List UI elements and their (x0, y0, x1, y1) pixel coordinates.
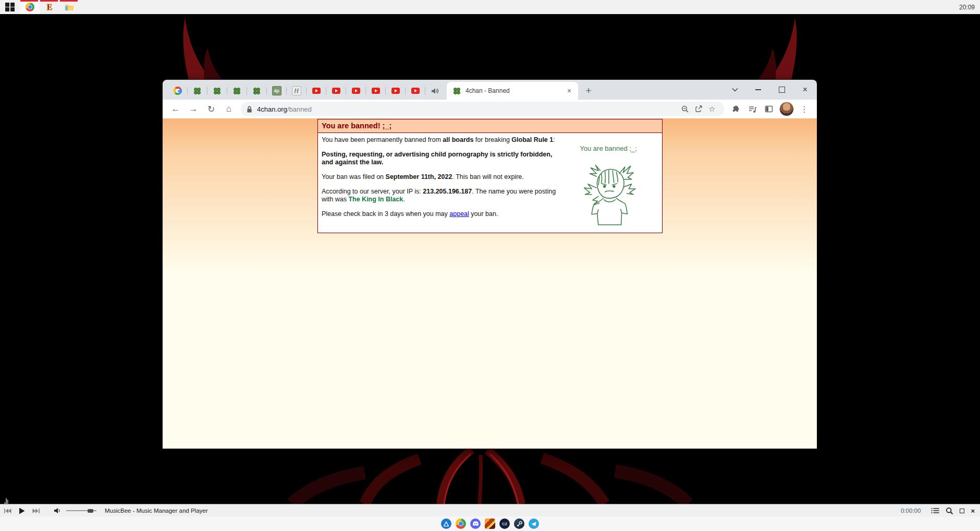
h-favicon-icon: H (292, 86, 301, 95)
extensions-button[interactable] (728, 102, 743, 116)
taskbar-clock[interactable]: 20:09 (959, 0, 975, 14)
tab-search-button[interactable] (723, 80, 746, 100)
taskbar-explorer-button[interactable] (59, 0, 79, 14)
queue-button[interactable] (928, 504, 942, 517)
search-icon (946, 507, 953, 515)
side-panel-button[interactable] (762, 102, 776, 116)
next-track-button[interactable] (29, 504, 44, 517)
youtube-favicon-icon (391, 88, 400, 94)
pinned-tab-h[interactable]: H (287, 82, 306, 100)
running-indicator-e-app (40, 0, 58, 2)
close-icon: × (803, 86, 807, 94)
pinned-tab-4chan-3[interactable] (227, 82, 247, 100)
dock-telegram-button[interactable] (529, 518, 539, 529)
dock-steam-button[interactable] (514, 518, 524, 529)
tab-separator (346, 87, 346, 95)
pinned-tab-4chan-1[interactable] (188, 82, 207, 100)
dock-discord-button[interactable] (470, 518, 481, 529)
back-button[interactable]: ← (168, 102, 183, 116)
close-musicbee-button[interactable]: × (967, 504, 980, 517)
pinned-tab-youtube-3[interactable] (346, 82, 365, 100)
previous-icon (4, 508, 11, 514)
blue-triangle-app-icon (443, 521, 449, 527)
puzzle-icon (731, 105, 740, 113)
minimize-button[interactable] (746, 80, 770, 100)
pinned-tab-youtube-1[interactable] (307, 82, 326, 100)
youtube-favicon-icon (352, 88, 360, 94)
browser-toolbar: ← → ↻ ⌂ 4chan.org/banned ☆ (163, 100, 817, 118)
youtube-favicon-icon (411, 88, 420, 94)
dock-pixel-game-button[interactable] (485, 518, 495, 529)
cz-app-icon: CZ (502, 522, 507, 526)
folder-icon (65, 3, 74, 11)
google-favicon-icon (174, 87, 182, 95)
side-panel-icon (765, 105, 773, 113)
new-tab-button[interactable]: + (581, 83, 596, 98)
pinned-tab-google[interactable] (168, 82, 187, 100)
restore-icon (960, 509, 964, 513)
pinned-tab-youtube-6[interactable] (406, 82, 425, 100)
tab-separator (326, 87, 326, 95)
pinned-tab-4chan-2[interactable] (207, 82, 227, 100)
profile-avatar[interactable] (779, 102, 794, 116)
tab-separator (425, 87, 425, 95)
window-controls: × (723, 80, 817, 100)
pinned-tab-youtube-2[interactable] (326, 82, 346, 100)
youtube-favicon-icon (372, 88, 380, 94)
dock-cz-app-button[interactable]: CZ (499, 518, 510, 529)
desktop: E 20:09 (0, 0, 980, 531)
youtube-favicon-icon (332, 88, 340, 94)
tab-4chan-banned[interactable]: 4chan - Banned × (447, 82, 578, 100)
ban-illustration-area: You are banned ;_; (559, 136, 658, 225)
home-button[interactable]: ⌂ (222, 102, 236, 116)
media-controls-button[interactable] (745, 102, 760, 116)
desktop-artifact (2, 498, 6, 502)
previous-track-button[interactable] (0, 504, 15, 517)
appeal-link[interactable]: appeal (449, 210, 469, 218)
volume-slider-handle[interactable] (88, 509, 93, 513)
chrome-icon (26, 3, 34, 11)
close-window-button[interactable]: × (793, 80, 817, 100)
browser-window: 4p H 4chan - Bann (163, 80, 817, 449)
share-button[interactable] (692, 102, 705, 116)
bottom-dock: CZ (0, 516, 980, 531)
steam-icon (516, 521, 523, 527)
fourchan-clover-icon (213, 87, 221, 95)
pinned-tab-4p[interactable]: 4p (267, 82, 286, 100)
tab-separator (187, 87, 188, 95)
browser-menu-button[interactable]: ⋮ (797, 102, 812, 116)
minimize-icon (755, 89, 761, 90)
play-button[interactable] (15, 504, 29, 517)
fourchan-clover-icon (253, 87, 261, 95)
tab-separator (207, 87, 207, 95)
fourchan-clover-icon (193, 87, 201, 95)
forward-button[interactable]: → (186, 102, 201, 116)
tab-separator (306, 87, 307, 95)
pinned-tab-youtube-4[interactable] (366, 82, 385, 100)
pinned-tab-audio[interactable] (425, 82, 445, 100)
windows-logo-icon (5, 3, 15, 12)
url-text: 4chan.org/banned (257, 105, 678, 113)
ban-text: You have been permanently banned from al… (322, 136, 559, 225)
pinned-tab-youtube-5[interactable] (386, 82, 405, 100)
maximize-button[interactable] (770, 80, 793, 100)
pinned-tab-4chan-4[interactable] (247, 82, 266, 100)
musicbee-title: MusicBee - Music Manager and Player (105, 508, 901, 514)
restore-window-button[interactable] (957, 504, 967, 517)
queue-list-icon (931, 508, 939, 514)
volume-slider[interactable] (66, 510, 96, 511)
address-bar[interactable]: 4chan.org/banned ☆ (241, 102, 724, 116)
start-button[interactable] (0, 0, 20, 14)
4p-favicon-icon: 4p (272, 86, 281, 95)
dock-blue-app-button[interactable] (441, 518, 451, 529)
bookmark-button[interactable]: ☆ (705, 102, 719, 116)
dock-chrome-button[interactable] (456, 518, 466, 529)
volume-mute-button[interactable] (50, 504, 64, 517)
zoom-button[interactable] (678, 102, 692, 116)
tab-close-icon[interactable]: × (565, 86, 574, 95)
reload-button[interactable]: ↻ (204, 102, 218, 116)
taskbar-e-app-button[interactable]: E (40, 0, 59, 14)
taskbar-chrome-button[interactable] (20, 0, 40, 14)
close-icon: × (971, 508, 975, 514)
search-button[interactable] (942, 504, 957, 517)
